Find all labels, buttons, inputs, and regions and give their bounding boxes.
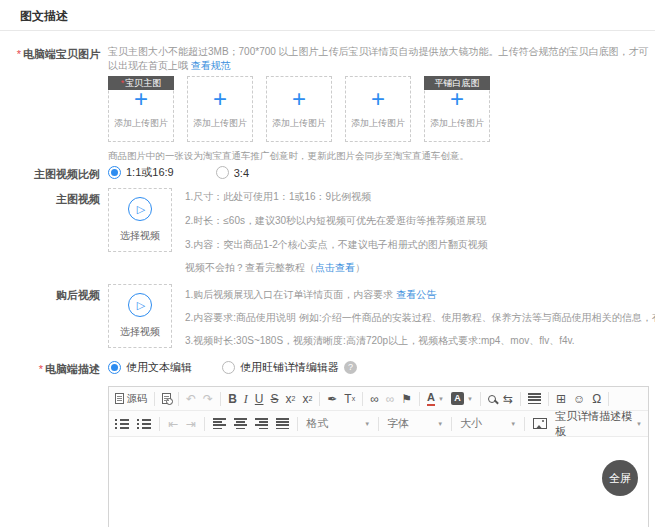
redo-icon[interactable]: ↷ [203, 393, 213, 405]
images-description-text: 宝贝主图大小不能超过3MB；700*700 以上图片上传后宝贝详情页自动提供放大… [108, 46, 649, 71]
align-left-icon [213, 418, 226, 429]
header-divider [0, 30, 655, 31]
toolbar-separator [297, 417, 298, 431]
align-center-button[interactable] [234, 418, 247, 429]
toolbar-separator [319, 392, 320, 406]
underline-button[interactable]: U [255, 393, 264, 405]
insert-image-button[interactable] [533, 418, 547, 429]
align-center-icon [234, 418, 247, 429]
upload-box-main-image[interactable]: *宝贝主图 + 添加上传图片 [108, 76, 174, 142]
upload-box-white-bg[interactable]: 平铺白底图 + 添加上传图片 [424, 76, 490, 142]
superscript-button[interactable]: x2 [302, 393, 312, 405]
detail-template-dropdown[interactable]: 宝贝详情描述模板▼ [555, 409, 642, 439]
radio-ratio-1-1-label[interactable]: 1:1或16:9 [126, 165, 174, 180]
source-code-button[interactable]: 源码 [115, 393, 147, 404]
upload-box-header-main: *宝贝主图 [108, 76, 174, 90]
editor-toolbar-row-1: 源码 ↶ ↷ B I U S x2 x2 ✒ Tx ∞ ∞ ⚑ A▼ A▼ ⇆ … [109, 387, 648, 411]
clear-format-button[interactable]: Tx [344, 393, 355, 405]
toolbar-separator [204, 417, 205, 431]
editor-content-area[interactable] [109, 437, 648, 527]
font-color-button[interactable]: A▼ [427, 392, 444, 405]
toolbar-separator [154, 392, 155, 406]
after-video-hint-3: 3.视频时长:30S~180S，视频清晰度:高清720p以上，视频格式要求:mp… [185, 334, 575, 348]
select-main-video-box[interactable]: ▷ 选择视频 [108, 188, 172, 252]
view-spec-link[interactable]: 查看规范 [191, 60, 231, 71]
required-asterisk: * [39, 363, 43, 375]
radio-text-editor-label[interactable]: 使用文本编辑 [126, 360, 192, 375]
radio-ratio-3-4[interactable] [216, 166, 229, 179]
upload-box-3[interactable]: + 添加上传图片 [266, 76, 332, 142]
field-label-main-video: 主图视频 [0, 192, 100, 207]
radio-wangpu-editor[interactable] [222, 361, 235, 374]
special-char-icon[interactable]: Ω [592, 393, 601, 405]
preview-button[interactable] [162, 393, 171, 404]
line-height-icon [528, 393, 541, 404]
ordered-list-icon [115, 418, 129, 429]
insert-link-icon[interactable]: ∞ [370, 393, 379, 405]
toolbar-separator [520, 392, 521, 406]
images-description: 宝贝主图大小不能超过3MB；700*700 以上图片上传后宝贝详情页自动提供放大… [108, 45, 649, 73]
radio-ratio-3-4-label[interactable]: 3:4 [234, 167, 249, 179]
radio-wangpu-editor-label[interactable]: 使用旺铺详情编辑器 [240, 360, 339, 375]
after-video-hint-2: 2.内容要求:商品使用说明 例如:介绍一件商品的安装过程、使用教程、保养方法等与… [185, 311, 655, 325]
preview-icon [162, 393, 171, 404]
ordered-list-button[interactable] [115, 418, 129, 429]
play-icon: ▷ [128, 197, 152, 221]
size-dropdown[interactable]: 大小▼ [460, 416, 516, 431]
radio-ratio-1-1[interactable] [108, 166, 121, 179]
help-icon[interactable]: ? [344, 361, 357, 374]
plus-icon: + [134, 88, 148, 110]
bullet-list-button[interactable] [137, 418, 151, 429]
image-icon [533, 418, 547, 429]
find-replace-icon[interactable]: ⇆ [503, 393, 513, 405]
remove-link-icon[interactable]: ∞ [386, 393, 395, 405]
required-asterisk: * [17, 48, 21, 60]
subscript-button[interactable]: x2 [285, 393, 295, 405]
align-justify-button[interactable] [276, 418, 289, 429]
field-label-pc-description: *电脑端描述 [0, 362, 100, 377]
font-dropdown[interactable]: 字体▼ [387, 416, 443, 431]
outdent-icon[interactable]: ⇤ [168, 418, 178, 430]
plus-icon: + [213, 88, 227, 110]
align-right-button[interactable] [255, 418, 268, 429]
main-video-hint-4: 视频不会拍？查看完整教程（点击查看） [185, 261, 365, 275]
toolbar-separator [178, 392, 179, 406]
background-color-button[interactable]: A▼ [451, 392, 473, 405]
insert-table-icon[interactable]: ⊞ [556, 393, 566, 405]
main-video-hint-3: 3.内容：突出商品1-2个核心卖点，不建议电子相册式的图片翻页视频 [185, 238, 488, 252]
main-video-hint-2: 2.时长：≤60s，建议30秒以内短视频可优先在爱逛街等推荐频道展现 [185, 214, 486, 228]
field-label-after-video: 购后视频 [0, 288, 100, 303]
ratio-options: 1:1或16:9 3:4 [108, 165, 249, 180]
field-label-pc-images: *电脑端宝贝图片 [0, 47, 100, 62]
after-video-hint-1: 1.购后视频展现入口在订单详情页面，内容要求 查看公告 [185, 288, 436, 302]
bullet-list-icon [137, 418, 151, 429]
toolbar-separator [419, 392, 420, 406]
search-button[interactable] [488, 395, 496, 403]
undo-icon[interactable]: ↶ [186, 393, 196, 405]
view-announcement-link[interactable]: 查看公告 [396, 289, 436, 300]
italic-button[interactable]: I [244, 393, 248, 405]
radio-text-editor[interactable] [108, 361, 121, 374]
upload-box-label: 添加上传图片 [430, 117, 484, 130]
strikethrough-button[interactable]: S [270, 393, 278, 405]
upload-box-4[interactable]: + 添加上传图片 [345, 76, 411, 142]
format-painter-icon[interactable]: ✒ [327, 393, 337, 405]
bold-button[interactable]: B [228, 393, 237, 405]
upload-box-2[interactable]: + 添加上传图片 [187, 76, 253, 142]
upload-box-header-whitebg: 平铺白底图 [424, 76, 490, 90]
plus-icon: + [292, 88, 306, 110]
toolbar-separator [480, 392, 481, 406]
indent-icon[interactable]: ⇥ [186, 418, 196, 430]
click-view-tutorial-link[interactable]: 点击查看 [315, 262, 355, 273]
anchor-flag-icon[interactable]: ⚑ [401, 393, 412, 405]
fullscreen-button[interactable]: 全屏 [602, 460, 638, 496]
line-height-button[interactable] [528, 393, 541, 404]
select-video-label: 选择视频 [120, 229, 160, 243]
toolbar-separator [378, 417, 379, 431]
emoji-icon[interactable]: ☺ [573, 393, 585, 405]
format-dropdown[interactable]: 格式▼ [306, 416, 370, 431]
align-left-button[interactable] [213, 418, 226, 429]
select-after-video-box[interactable]: ▷ 选择视频 [108, 284, 172, 348]
field-label-video-ratio: 主图视频比例 [0, 167, 100, 182]
toolbar-separator [608, 392, 609, 406]
